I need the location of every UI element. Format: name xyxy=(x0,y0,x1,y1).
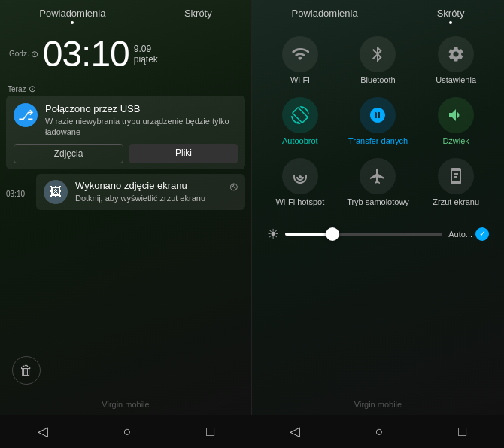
qs-item-bluetooth[interactable]: Bluetooth xyxy=(342,36,414,85)
wifi-label: Wi-Fi xyxy=(290,75,310,85)
recent-button-left[interactable]: □ xyxy=(199,419,222,444)
tab-powiadomienia-left[interactable]: Powiadomienia xyxy=(32,6,113,26)
qs-item-hotspot[interactable]: Wi-Fi hotspot xyxy=(264,158,336,207)
settings-icon xyxy=(447,45,465,63)
notif-header-screenshot: 🖼 Wykonano zdjęcie ekranu Dotknij, aby w… xyxy=(44,180,238,204)
qs-item-airplane[interactable]: Tryb samolotowy xyxy=(342,158,414,207)
right-tabs: Powiadomienia Skróty xyxy=(252,0,504,29)
tab-skroty-left-label: Skróty xyxy=(184,8,212,19)
tab-skroty-left[interactable]: Skróty xyxy=(177,6,220,26)
tab-powiadomienia-left-label: Powiadomienia xyxy=(39,8,105,19)
notif-title-screenshot: Wykonano zdjęcie ekranu xyxy=(75,180,223,191)
clock-area: Godz. ⊙ 03:10 9.09 piątek xyxy=(0,29,251,78)
autorotate-label: Autoobrot xyxy=(282,136,318,146)
autorotate-icon-wrap xyxy=(282,97,318,133)
left-panel: Powiadomienia Skróty Godz. ⊙ 03:10 9.09 … xyxy=(0,0,252,415)
notif-body-usb: W razie niewybrania trybu urządzenie będ… xyxy=(45,116,238,138)
home-button-right[interactable]: ○ xyxy=(368,419,391,444)
notif-card-usb[interactable]: ⎇ Połączono przez USB W razie niewybrani… xyxy=(6,96,245,169)
wifi-icon xyxy=(291,45,309,63)
right-panel: Powiadomienia Skróty Wi-Fi xyxy=(252,0,504,415)
left-nav: ◁ ○ □ xyxy=(0,415,252,448)
notif-btn-zdjecia[interactable]: Zdjęcia xyxy=(14,144,123,163)
day: piątek xyxy=(134,54,158,65)
quick-settings: Wi-Fi Bluetooth xyxy=(252,29,504,397)
notif-btn-pliki[interactable]: Pliki xyxy=(129,144,238,163)
back-button-right[interactable]: ◁ xyxy=(282,419,308,444)
notif-content-usb: Połączono przez USB W razie niewybrania … xyxy=(45,103,238,138)
left-carrier: Virgin mobile xyxy=(0,397,251,415)
notif-card-screenshot[interactable]: 🖼 Wykonano zdjęcie ekranu Dotknij, aby w… xyxy=(36,174,245,210)
notifications-list: Teraz ⊙ ⎇ Połączono przez USB W razie ni… xyxy=(0,78,251,397)
hotspot-icon-wrap xyxy=(282,158,318,194)
bluetooth-icon-wrap xyxy=(360,36,396,72)
qs-item-sound[interactable]: Dźwięk xyxy=(420,97,492,146)
tab-skroty-right[interactable]: Skróty xyxy=(430,6,472,26)
notif-group-teraz: Teraz ⊙ xyxy=(6,81,245,96)
bottom-nav: ◁ ○ □ ◁ ○ □ xyxy=(0,415,504,448)
brightness-icon: ☀ xyxy=(267,226,279,242)
tab-skroty-right-label: Skróty xyxy=(437,8,465,19)
bluetooth-label: Bluetooth xyxy=(360,75,395,85)
qs-item-transfer[interactable]: Transfer danych xyxy=(342,97,414,146)
notif-content-screenshot: Wykonano zdjęcie ekranu Dotknij, aby wyś… xyxy=(75,180,223,203)
notif-body-screenshot: Dotknij, aby wyświetlić zrzut ekranu xyxy=(75,193,223,203)
back-button-left[interactable]: ◁ xyxy=(30,419,56,444)
airplane-icon xyxy=(369,167,387,185)
qs-item-wifi[interactable]: Wi-Fi xyxy=(264,36,336,85)
screenshot-qs-label: Zrzut ekranu xyxy=(433,197,479,207)
screenshot-qs-icon xyxy=(447,167,465,185)
trash-button[interactable]: 🗑 xyxy=(12,356,41,385)
settings-label: Ustawienia xyxy=(436,75,476,85)
transfer-label: Transfer danych xyxy=(348,136,408,146)
left-tabs: Powiadomienia Skróty xyxy=(0,0,251,29)
transfer-icon xyxy=(369,106,387,124)
tab-skroty-right-dot xyxy=(449,21,452,24)
qs-grid: Wi-Fi Bluetooth xyxy=(264,36,492,208)
clock: 03:10 xyxy=(43,33,129,75)
godz-label: Godz. ⊙ xyxy=(9,49,38,59)
tab-powiadomienia-right[interactable]: Powiadomienia xyxy=(284,6,365,26)
recent-button-right[interactable]: □ xyxy=(451,419,474,444)
autorotate-icon xyxy=(291,106,309,124)
notif-header-usb: ⎇ Połączono przez USB W razie niewybrani… xyxy=(14,103,238,138)
home-button-left[interactable]: ○ xyxy=(116,419,139,444)
right-nav: ◁ ○ □ xyxy=(252,415,504,448)
auto-text: Auto... xyxy=(448,230,472,239)
date-block: 9.09 piątek xyxy=(134,44,158,65)
bluetooth-icon xyxy=(369,45,387,63)
sound-icon-wrap xyxy=(438,97,474,133)
sound-label: Dźwięk xyxy=(442,136,469,146)
brightness-row: ☀ Auto... ✓ xyxy=(264,220,492,248)
screenshot-icon-wrap xyxy=(438,158,474,194)
brightness-thumb[interactable] xyxy=(326,227,339,241)
share-icon[interactable]: ⎋ xyxy=(230,180,238,194)
right-carrier: Virgin mobile xyxy=(252,397,504,415)
settings-icon-wrap xyxy=(438,36,474,72)
tab-powiadomienia-left-dot xyxy=(71,21,74,24)
qs-item-autorotate[interactable]: Autoobrot xyxy=(264,97,336,146)
notif-row-screenshot: 03:10 🖼 Wykonano zdjęcie ekranu Dotknij,… xyxy=(6,174,245,215)
notif-time-screenshot: 03:10 xyxy=(6,190,32,198)
hotspot-icon xyxy=(291,167,309,185)
screenshot-notif-icon: 🖼 xyxy=(44,180,68,204)
qs-item-settings[interactable]: Ustawienia xyxy=(420,36,492,85)
usb-icon: ⎇ xyxy=(14,103,38,127)
qs-item-screenshot[interactable]: Zrzut ekranu xyxy=(420,158,492,207)
brightness-track[interactable] xyxy=(285,233,442,236)
hotspot-label: Wi-Fi hotspot xyxy=(275,197,324,207)
sound-icon xyxy=(447,106,465,124)
transfer-icon-wrap xyxy=(360,97,396,133)
auto-check-icon[interactable]: ✓ xyxy=(475,227,489,241)
wifi-icon-wrap xyxy=(282,36,318,72)
notif-actions-usb: Zdjęcia Pliki xyxy=(14,144,238,163)
airplane-label: Tryb samolotowy xyxy=(347,197,409,207)
auto-label: Auto... ✓ xyxy=(448,227,489,241)
notif-title-usb: Połączono przez USB xyxy=(45,103,238,114)
date: 9.09 xyxy=(134,44,158,54)
tab-powiadomienia-right-label: Powiadomienia xyxy=(291,8,357,19)
airplane-icon-wrap xyxy=(360,158,396,194)
